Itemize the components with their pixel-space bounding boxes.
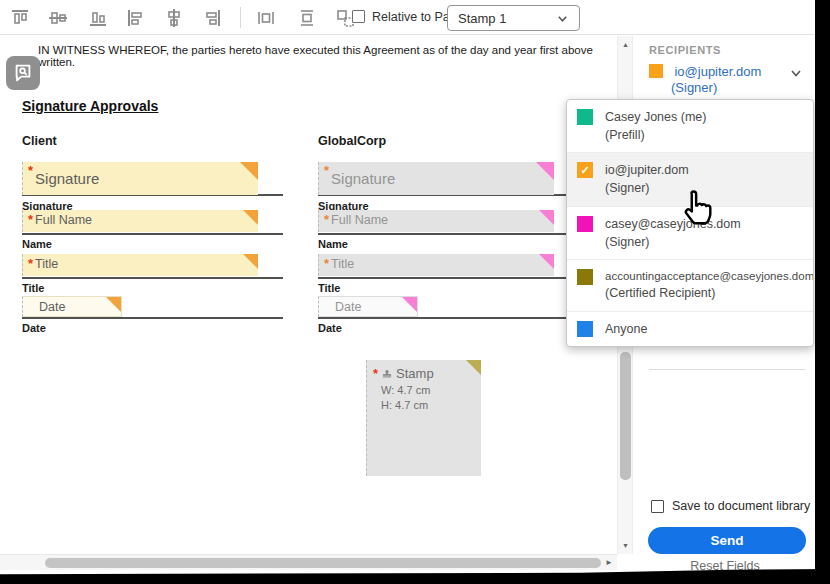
recipient-color-swatch xyxy=(649,64,663,78)
stamp-height-readout: H: 4.7 cm xyxy=(381,399,481,411)
field-name-dropdown[interactable]: Stamp 1 xyxy=(447,5,580,31)
selected-recipient-name: io@jupiter.dom xyxy=(674,64,761,79)
recipient-option-anyone[interactable]: Anyone xyxy=(567,312,813,346)
recipient-corner-tag xyxy=(539,210,554,225)
recipient-role: (Signer) xyxy=(605,179,689,197)
recipient-color-swatch: ✓ xyxy=(577,162,593,178)
recipient-color-swatch xyxy=(577,109,593,125)
client-date-field[interactable]: Date xyxy=(22,296,122,317)
globalcorp-signature-field[interactable]: *Signature xyxy=(318,162,554,195)
field-placeholder: Date xyxy=(335,300,361,314)
required-asterisk: * xyxy=(324,213,329,226)
recipient-corner-tag xyxy=(402,297,417,312)
recipient-role: (Certified Recipient) xyxy=(605,284,814,302)
recipient-name: accountingacceptance@caseyjones.dom xyxy=(605,268,814,285)
field-placeholder: Signature xyxy=(35,170,99,187)
toolbar-separator xyxy=(240,7,241,28)
client-signature-field[interactable]: *Signature xyxy=(22,162,258,195)
recipient-option-casey-caseyjones[interactable]: casey@caseyjones.dom (Signer) xyxy=(567,207,813,260)
recipient-name: Anyone xyxy=(605,320,647,338)
chevron-down-icon xyxy=(556,12,569,25)
required-asterisk: * xyxy=(324,257,329,270)
client-title-label: Title xyxy=(22,282,44,294)
selected-recipient-role: (Signer) xyxy=(671,80,809,95)
recipient-color-swatch xyxy=(577,216,593,232)
relative-to-page-checkbox[interactable] xyxy=(352,10,365,23)
form-line xyxy=(318,317,578,319)
align-right-icon[interactable] xyxy=(200,6,224,30)
distribute-horizontally-icon[interactable] xyxy=(254,6,278,30)
recipient-color-swatch xyxy=(577,269,593,285)
document-canvas: IN WITNESS WHEREOF, the parties hereto h… xyxy=(0,36,616,554)
field-placeholder: Signature xyxy=(331,170,395,187)
stamp-width-readout: W: 4.7 cm xyxy=(381,384,481,396)
recipient-dropdown-menu: Casey Jones (me) (Prefill) ✓ io@jupiter.… xyxy=(566,99,814,347)
field-preview-tool-icon[interactable] xyxy=(6,56,40,90)
recipient-option-casey-jones[interactable]: Casey Jones (me) (Prefill) xyxy=(567,100,813,153)
recipients-header: RECIPIENTS xyxy=(649,44,721,56)
globalcorp-title-label: Title xyxy=(318,282,340,294)
globalcorp-name-label: Name xyxy=(318,238,348,250)
app-window: Relative to Page Stamp 1 IN WITNESS WHER… xyxy=(0,0,830,584)
send-button[interactable]: Send xyxy=(648,527,806,554)
save-to-library-checkbox[interactable] xyxy=(651,500,664,513)
recipient-role: (Prefill) xyxy=(605,126,706,144)
align-bottom-icon[interactable] xyxy=(86,6,110,30)
recipient-option-accountingacceptance[interactable]: accountingacceptance@caseyjones.dom (Cer… xyxy=(567,260,813,312)
horizontal-scrollbar[interactable]: ► xyxy=(0,554,617,570)
form-line xyxy=(22,317,283,319)
field-placeholder: Title xyxy=(331,257,354,271)
recipient-corner-tag xyxy=(243,254,258,269)
recipient-option-io-jupiter[interactable]: ✓ io@jupiter.dom (Signer) xyxy=(567,153,813,206)
form-line xyxy=(318,277,578,279)
required-asterisk: * xyxy=(28,213,33,226)
form-line xyxy=(22,277,283,279)
align-horizontal-center-icon[interactable] xyxy=(162,6,186,30)
stamp-field[interactable]: * Stamp W: 4.7 cm H: 4.7 cm xyxy=(366,360,481,476)
screenshot-ragged-edge xyxy=(815,0,830,584)
recipient-selector[interactable]: io@jupiter.dom (Signer) xyxy=(649,62,809,95)
align-left-icon[interactable] xyxy=(124,6,148,30)
required-asterisk: * xyxy=(324,164,329,177)
screenshot-ragged-edge xyxy=(0,569,830,584)
chevron-down-icon[interactable] xyxy=(789,66,803,80)
client-column-heading: Client xyxy=(22,134,57,148)
client-title-field[interactable]: *Title xyxy=(22,254,258,276)
recipient-corner-tag xyxy=(466,360,481,375)
recipient-name: io@jupiter.dom xyxy=(605,161,689,179)
form-line xyxy=(318,233,578,235)
field-name-value: Stamp 1 xyxy=(458,11,506,26)
required-asterisk: * xyxy=(28,257,33,270)
required-asterisk: * xyxy=(28,164,33,177)
distribute-vertically-icon[interactable] xyxy=(295,6,319,30)
scroll-up-icon[interactable]: ▲ xyxy=(622,41,629,48)
form-line xyxy=(22,233,283,235)
align-top-icon[interactable] xyxy=(8,6,32,30)
globalcorp-date-field[interactable]: Date xyxy=(318,296,418,317)
scroll-down-icon[interactable]: ▼ xyxy=(622,542,629,549)
recipient-corner-tag xyxy=(243,210,258,225)
globalcorp-column-heading: GlobalCorp xyxy=(318,134,386,148)
globalcorp-fullname-field[interactable]: *Full Name xyxy=(318,210,554,232)
scroll-right-icon[interactable]: ► xyxy=(605,558,613,567)
horizontal-scroll-thumb[interactable] xyxy=(45,558,601,568)
recipient-corner-tag xyxy=(536,162,554,180)
client-fullname-field[interactable]: *Full Name xyxy=(22,210,258,232)
globalcorp-date-label: Date xyxy=(318,322,342,334)
section-heading: Signature Approvals xyxy=(22,98,158,114)
recipient-name: casey@caseyjones.dom xyxy=(605,215,741,233)
recipient-name: Casey Jones (me) xyxy=(605,108,706,126)
save-to-library-label: Save to document library xyxy=(672,499,810,513)
field-placeholder: Full Name xyxy=(331,213,388,227)
client-name-label: Name xyxy=(22,238,52,250)
globalcorp-title-field[interactable]: *Title xyxy=(318,254,554,276)
stamp-icon xyxy=(381,368,393,380)
client-date-label: Date xyxy=(22,322,46,334)
save-to-library-option[interactable]: Save to document library xyxy=(651,499,810,513)
recipient-corner-tag xyxy=(240,162,258,180)
check-icon: ✓ xyxy=(580,164,589,177)
align-vertical-center-icon[interactable] xyxy=(46,6,70,30)
field-placeholder: Title xyxy=(35,257,58,271)
vertical-scroll-thumb[interactable] xyxy=(620,352,631,480)
divider xyxy=(649,369,805,370)
